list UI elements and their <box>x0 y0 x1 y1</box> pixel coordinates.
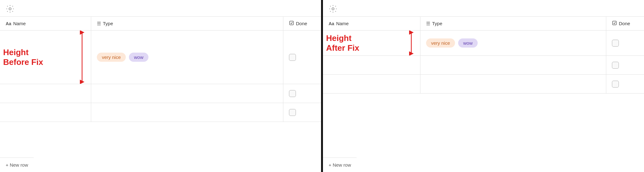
col2-header-type: ☰ Type <box>420 17 606 30</box>
panel2-top-bar <box>323 0 644 16</box>
cell2-done-1 <box>606 31 644 55</box>
col2-header-name: Aa Name <box>323 17 420 30</box>
col-type-label: Type <box>103 21 113 26</box>
checkbox2-1[interactable] <box>612 40 619 47</box>
col2-name-icon: Aa <box>329 21 334 26</box>
height-arrow-2 <box>408 31 414 55</box>
height-arrow <box>79 31 85 84</box>
col-type-icon: ☰ <box>97 21 101 26</box>
col2-header-done: Done <box>606 17 644 30</box>
col-done-label: Done <box>296 21 307 26</box>
col-name-icon: Aa <box>6 21 11 26</box>
new-row-label-2: + New row <box>329 162 351 168</box>
col2-name-label: Name <box>336 21 349 26</box>
col2-done-label: Done <box>619 21 630 26</box>
cell2-name-1: Height After Fix <box>323 31 420 55</box>
cell-name-2 <box>0 84 91 103</box>
new-row-button[interactable]: + New row <box>0 158 34 172</box>
col-header-name: Aa Name <box>0 17 91 30</box>
cell2-type-3 <box>420 75 606 93</box>
cell-type-1: very nice wow <box>91 31 283 84</box>
table-row2-1: Height After Fix very nice wow <box>323 31 644 56</box>
panel-top-bar <box>0 0 321 16</box>
annotation-line1: Height <box>3 47 43 57</box>
col2-done-icon <box>612 20 617 26</box>
col2-type-label: Type <box>432 21 442 26</box>
table-row2-3 <box>323 75 644 94</box>
tag-very-nice-1: very nice <box>97 53 126 62</box>
col-header-type: ☰ Type <box>91 17 283 30</box>
annotation2-line2: After Fix <box>326 43 359 53</box>
annotation-line2: Before Fix <box>3 57 43 67</box>
col-header-done: Done <box>283 17 321 30</box>
col-name-label: Name <box>13 21 26 26</box>
cell-type-3 <box>91 103 283 122</box>
table-header-2: Aa Name ☰ Type Done <box>323 16 644 31</box>
svg-rect-1 <box>290 21 293 25</box>
cell2-done-2 <box>606 56 644 74</box>
checkbox-3[interactable] <box>289 109 296 116</box>
cell2-name-2 <box>323 56 420 74</box>
cell-done-1 <box>283 31 321 84</box>
cell2-type-1: very nice wow <box>420 31 606 55</box>
cell-type-2 <box>91 84 283 103</box>
annotation-after-fix: Height After Fix <box>326 33 359 53</box>
table-header: Aa Name ☰ Type Done <box>0 16 321 31</box>
checkbox-2[interactable] <box>289 90 296 97</box>
new-row-label: + New row <box>6 162 28 168</box>
new-row-button-2[interactable]: + New row <box>323 158 357 172</box>
checkbox2-2[interactable] <box>612 62 619 69</box>
annotation-before-fix: Height Before Fix <box>3 47 43 67</box>
table-row-3 <box>0 103 321 122</box>
cell-name-1: Height Before Fix <box>0 31 91 84</box>
cell-done-2 <box>283 84 321 103</box>
col2-type-icon: ☰ <box>426 21 430 26</box>
svg-point-0 <box>9 8 11 10</box>
panel-before-fix: Aa Name ☰ Type Done Height Before Fix <box>0 0 321 172</box>
panel-after-fix: Aa Name ☰ Type Done Height After Fix <box>323 0 644 172</box>
checkbox2-3[interactable] <box>612 81 619 88</box>
tag2-wow: wow <box>458 38 478 48</box>
col-done-icon <box>289 20 294 26</box>
annotation2-line1: Height <box>326 33 359 43</box>
gear-icon <box>6 4 14 13</box>
table-row2-2 <box>323 56 644 75</box>
tag-wow-1: wow <box>129 53 148 62</box>
table-row-1: Height Before Fix very nice wow <box>0 31 321 84</box>
table-row-2 <box>0 84 321 103</box>
tag2-very-nice: very nice <box>426 38 455 48</box>
checkbox-1[interactable] <box>289 54 296 61</box>
gear-icon-2 <box>329 4 337 13</box>
cell-done-3 <box>283 103 321 122</box>
cell2-type-2 <box>420 56 606 74</box>
cell-name-3 <box>0 103 91 122</box>
svg-point-3 <box>332 8 334 10</box>
cell2-name-3 <box>323 75 420 93</box>
svg-rect-4 <box>613 21 616 25</box>
cell2-done-3 <box>606 75 644 93</box>
